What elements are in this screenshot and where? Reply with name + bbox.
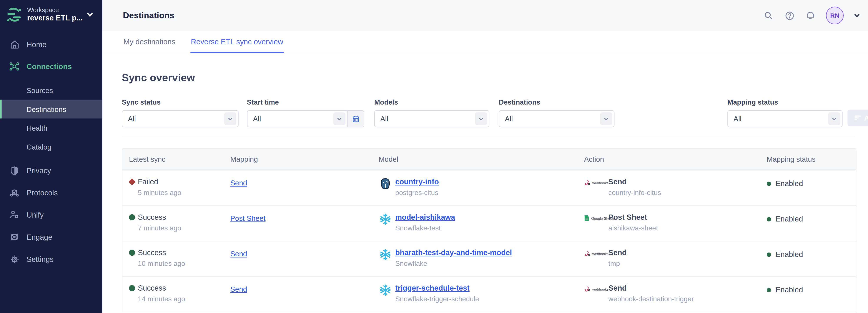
sidebar-item-sources[interactable]: Sources <box>0 81 102 100</box>
model-source: Snowflake-trigger-schedule <box>395 295 479 303</box>
select-value: All <box>728 115 828 123</box>
sidebar-item-label: Privacy <box>27 166 51 175</box>
sidebar-item-label: Health <box>27 124 48 132</box>
action-title: Post Sheet <box>608 213 647 221</box>
table-row: Failed 5 minutes ago Send country-info p… <box>122 170 856 206</box>
table-row: Success 10 minutes ago Send bharath-test… <box>122 241 856 276</box>
mapping-link[interactable]: Send <box>230 179 247 187</box>
sync-status-text: Failed <box>138 178 158 186</box>
model-link[interactable]: country-info <box>395 178 439 186</box>
workspace-chevron-down-icon[interactable] <box>86 11 93 18</box>
sync-time: 10 minutes ago <box>138 260 185 268</box>
model-link[interactable]: model-aishikawa <box>395 213 455 221</box>
destinations-select[interactable]: All <box>499 110 614 127</box>
google-sheets-icon <box>584 215 589 221</box>
select-value: All <box>248 115 333 123</box>
calendar-icon[interactable] <box>347 111 364 127</box>
sidebar-item-settings[interactable]: Settings <box>0 248 102 271</box>
table-header: Latest sync Mapping Model Action Mapping… <box>122 149 856 170</box>
sync-time: 5 minutes ago <box>138 189 181 197</box>
sidebar-item-connections[interactable]: Connections <box>0 56 102 77</box>
mapping-status-text: Enabled <box>776 179 803 188</box>
workspace-name: reverse ETL p... <box>27 14 83 24</box>
webhooks-wordmark: webhooks <box>592 287 609 291</box>
sync-time: 7 minutes ago <box>138 224 181 232</box>
success-status-icon <box>129 250 138 256</box>
sync-status-text: Success <box>138 249 166 257</box>
model-source: Snowflake-test <box>395 224 441 232</box>
start-time-select[interactable]: All <box>247 110 364 127</box>
bell-icon[interactable] <box>805 10 816 21</box>
chevron-down-icon <box>600 113 612 125</box>
chevron-down-icon <box>333 113 345 125</box>
enabled-status-dot <box>767 181 771 186</box>
model-link[interactable]: bharath-test-day-and-time-model <box>395 249 512 257</box>
search-icon[interactable] <box>763 10 774 21</box>
sidebar-item-protocols[interactable]: Protocols <box>0 182 102 204</box>
mapping-link[interactable]: Send <box>230 285 247 293</box>
filter-label: Destinations <box>499 98 614 106</box>
sidebar-item-label: Settings <box>27 255 54 263</box>
sidebar-item-label: Catalog <box>27 143 51 151</box>
sidebar-item-engage[interactable]: Engage <box>0 226 102 248</box>
tab-bar: My destinations Reverse ETL sync overvie… <box>102 31 868 54</box>
help-icon[interactable] <box>784 10 795 21</box>
success-status-icon <box>129 214 138 220</box>
enabled-status-dot <box>767 217 771 221</box>
sidebar-item-destinations[interactable]: Destinations <box>0 100 102 119</box>
model-source: Snowflake <box>395 260 427 268</box>
table-row: Success 7 minutes ago Post Sheet model-a… <box>122 206 856 241</box>
column-header-mapping: Mapping <box>230 155 379 163</box>
avatar[interactable]: RN <box>826 7 844 25</box>
sidebar-item-label: Protocols <box>27 189 58 197</box>
segment-logo-icon <box>5 6 23 23</box>
table-row: Success 14 minutes ago Send trigger-sche… <box>122 276 856 312</box>
tab-reverse-etl-sync-overview[interactable]: Reverse ETL sync overview <box>190 31 284 53</box>
model-link[interactable]: trigger-schedule-test <box>395 284 470 292</box>
action-title: Send <box>608 249 626 257</box>
enabled-status-dot <box>767 288 771 292</box>
sync-time: 14 minutes ago <box>138 295 185 303</box>
sidebar: Workspace reverse ETL p... Home <box>0 0 102 313</box>
gear-icon <box>9 254 20 265</box>
sidebar-item-health[interactable]: Health <box>0 119 102 137</box>
column-header-action: Action <box>584 155 767 163</box>
sidebar-item-home[interactable]: Home <box>0 33 102 56</box>
workspace-switcher[interactable]: Workspace reverse ETL p... <box>0 0 102 29</box>
section-heading: Sync overview <box>122 72 195 84</box>
section-divider <box>122 136 855 136</box>
mapping-link[interactable]: Post Sheet <box>230 214 266 223</box>
chevron-down-icon <box>475 113 487 125</box>
sidebar-item-unify[interactable]: Unify <box>0 204 102 226</box>
action-title: Send <box>608 178 626 186</box>
mapping-link[interactable]: Send <box>230 250 247 258</box>
select-value: All <box>375 115 475 123</box>
apply-button-label: Apply <box>864 114 868 122</box>
tab-my-destinations[interactable]: My destinations <box>123 31 176 53</box>
filter-models: Models All <box>374 98 489 127</box>
sidebar-item-catalog[interactable]: Catalog <box>0 137 102 156</box>
apply-button[interactable]: Apply <box>847 109 868 126</box>
enabled-status-dot <box>767 252 771 256</box>
filter-destinations: Destinations All <box>499 98 614 127</box>
topbar: Destinations RN <box>102 0 868 32</box>
models-select[interactable]: All <box>374 110 489 127</box>
sidebar-item-label: Home <box>27 40 46 49</box>
webhooks-icon <box>584 250 591 257</box>
mapping-status-text: Enabled <box>776 286 803 294</box>
sidebar-item-privacy[interactable]: Privacy <box>0 160 102 182</box>
protocols-icon <box>9 187 20 198</box>
avatar-initials: RN <box>830 12 839 19</box>
engage-icon <box>9 231 20 243</box>
snowflake-icon <box>379 213 392 226</box>
account-chevron-down-icon[interactable] <box>854 12 860 19</box>
mapping-status-text: Enabled <box>776 215 803 223</box>
mapping-status-select[interactable]: All <box>727 110 843 127</box>
workspace-label: Workspace <box>27 6 83 14</box>
unify-icon <box>9 209 20 220</box>
select-value: All <box>122 115 224 123</box>
sync-status-select[interactable]: All <box>122 110 239 127</box>
connections-icon <box>9 61 20 72</box>
filter-label: Start time <box>247 98 364 106</box>
shield-icon <box>9 165 20 176</box>
